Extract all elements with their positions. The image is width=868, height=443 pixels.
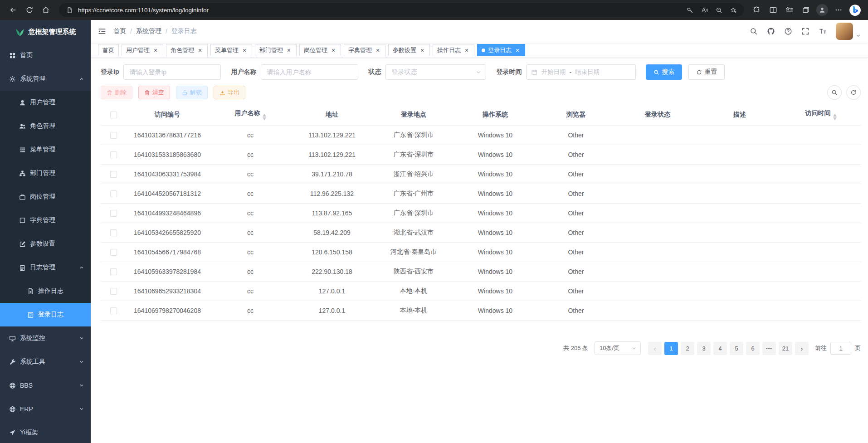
- tab-close-icon[interactable]: ×: [419, 47, 425, 54]
- tab-param-settings[interactable]: 参数设置×: [388, 44, 430, 56]
- column-header-user[interactable]: 用户名称: [209, 104, 292, 126]
- address-bar[interactable]: https://ccnetcore.com:1101/system/log/lo…: [59, 3, 744, 17]
- sidebar-item-login-log[interactable]: 登录日志: [0, 303, 91, 326]
- sort-carets[interactable]: [263, 114, 266, 120]
- delete-button[interactable]: 删除: [101, 86, 132, 99]
- github-icon[interactable]: [763, 24, 779, 39]
- sidebar-item-yi-framework[interactable]: Yi框架: [0, 421, 91, 443]
- sidebar-item-system-tools[interactable]: 系统工具: [0, 350, 91, 374]
- refresh-table-button[interactable]: [846, 85, 861, 100]
- extensions-icon[interactable]: [749, 3, 765, 17]
- browser-more-icon[interactable]: [831, 3, 846, 17]
- tab-close-icon[interactable]: ×: [152, 47, 159, 54]
- page-button-6[interactable]: 6: [746, 342, 760, 355]
- page-info-icon[interactable]: [63, 5, 75, 15]
- page-button-4[interactable]: 4: [713, 342, 727, 355]
- tab-dict-management[interactable]: 字典管理×: [344, 44, 385, 56]
- tab-close-icon[interactable]: ×: [330, 47, 336, 54]
- sidebar-item-erp[interactable]: ERP: [0, 397, 91, 421]
- app-logo[interactable]: 意框架管理系统: [0, 20, 91, 44]
- split-screen-icon[interactable]: [766, 3, 781, 17]
- favorites-bar-icon[interactable]: [782, 3, 797, 17]
- breadcrumb-item[interactable]: 系统管理: [136, 27, 161, 35]
- sidebar-item-bbs[interactable]: BBS: [0, 374, 91, 397]
- row-checkbox[interactable]: [110, 229, 117, 236]
- toggle-search-button[interactable]: [827, 85, 842, 100]
- tab-login-log[interactable]: 登录日志×: [477, 44, 525, 56]
- sort-desc-icon[interactable]: [263, 117, 266, 120]
- browser-refresh-icon[interactable]: [22, 3, 37, 17]
- prev-page-button[interactable]: ‹: [648, 342, 662, 355]
- sidebar-item-dept-management[interactable]: 部门管理: [0, 161, 91, 185]
- user-name-input[interactable]: [261, 64, 358, 80]
- sort-asc-icon[interactable]: [263, 114, 266, 117]
- sidebar-item-dict-management[interactable]: 字典管理: [0, 209, 91, 232]
- sidebar-item-operation-log[interactable]: 操作日志: [0, 279, 91, 303]
- browser-back-icon[interactable]: [5, 3, 21, 17]
- page-button-5[interactable]: 5: [730, 342, 743, 355]
- sidebar-item-log-management[interactable]: 日志管理: [0, 256, 91, 279]
- tab-user-management[interactable]: 用户管理×: [122, 44, 163, 56]
- sidebar-item-param-settings[interactable]: 参数设置: [0, 232, 91, 256]
- fullscreen-icon[interactable]: [798, 24, 813, 39]
- sidebar-item-home[interactable]: 首页: [0, 44, 91, 67]
- login-ip-input[interactable]: [123, 64, 221, 80]
- tab-menu-management[interactable]: 菜单管理×: [210, 44, 252, 56]
- row-checkbox[interactable]: [110, 171, 117, 178]
- row-checkbox[interactable]: [110, 249, 117, 256]
- zoom-out-icon[interactable]: [713, 5, 725, 15]
- search-button[interactable]: 搜索: [646, 64, 682, 80]
- collections-icon[interactable]: [798, 3, 814, 17]
- sort-carets[interactable]: [833, 114, 837, 120]
- row-checkbox[interactable]: [110, 210, 117, 217]
- sidebar-item-user-management[interactable]: 用户管理: [0, 91, 91, 114]
- status-select[interactable]: 登录状态: [385, 64, 486, 80]
- tab-close-icon[interactable]: ×: [286, 47, 292, 54]
- tab-operation-log[interactable]: 操作日志×: [433, 44, 474, 56]
- column-header-time[interactable]: 访问时间: [781, 104, 861, 126]
- tab-close-icon[interactable]: ×: [514, 47, 521, 54]
- page-button-21[interactable]: 21: [779, 342, 792, 355]
- docs-question-icon[interactable]: [780, 24, 796, 39]
- next-page-button[interactable]: ›: [795, 342, 809, 355]
- browser-profile-avatar[interactable]: [814, 3, 830, 17]
- password-key-icon[interactable]: [684, 5, 696, 15]
- tab-dept-management[interactable]: 部门管理×: [255, 44, 297, 56]
- sidebar-toggle-icon[interactable]: [91, 20, 113, 43]
- row-checkbox[interactable]: [110, 288, 117, 295]
- page-button-1[interactable]: 1: [664, 342, 678, 355]
- select-all-checkbox[interactable]: [110, 112, 117, 118]
- browser-home-icon[interactable]: [38, 3, 54, 17]
- sidebar-item-role-management[interactable]: 角色管理: [0, 114, 91, 138]
- date-end-placeholder[interactable]: 结束日期: [575, 68, 600, 76]
- sidebar-item-post-management[interactable]: 岗位管理: [0, 185, 91, 209]
- page-size-select[interactable]: 10条/页: [595, 341, 641, 355]
- tab-post-management[interactable]: 岗位管理×: [299, 44, 341, 56]
- user-avatar[interactable]: [836, 23, 853, 40]
- row-checkbox[interactable]: [110, 268, 117, 275]
- row-checkbox[interactable]: [110, 132, 117, 139]
- sidebar-item-menu-management[interactable]: 菜单管理: [0, 138, 91, 161]
- sort-desc-icon[interactable]: [833, 117, 837, 120]
- login-time-range-picker[interactable]: 开始日期 - 结束日期: [526, 64, 636, 80]
- tab-close-icon[interactable]: ×: [241, 47, 248, 54]
- tab-close-icon[interactable]: ×: [463, 47, 470, 54]
- page-button-2[interactable]: 2: [681, 342, 694, 355]
- font-size-icon[interactable]: [815, 24, 830, 39]
- row-checkbox[interactable]: [110, 151, 117, 158]
- more-pages-button[interactable]: •••: [762, 342, 776, 355]
- tab-close-icon[interactable]: ×: [197, 47, 203, 54]
- row-checkbox[interactable]: [110, 307, 117, 314]
- unlock-button[interactable]: 解锁: [176, 86, 208, 99]
- user-menu-caret-icon[interactable]: [856, 33, 861, 40]
- tab-home[interactable]: 首页: [98, 44, 119, 56]
- tab-close-icon[interactable]: ×: [375, 47, 381, 54]
- header-search-icon[interactable]: [746, 24, 761, 39]
- breadcrumb-item[interactable]: 首页: [113, 27, 126, 35]
- favorites-star-icon[interactable]: [727, 5, 739, 15]
- read-aloud-icon[interactable]: [698, 5, 710, 15]
- page-button-3[interactable]: 3: [697, 342, 711, 355]
- tab-role-management[interactable]: 角色管理×: [166, 44, 208, 56]
- export-button[interactable]: 导出: [214, 86, 245, 99]
- clear-button[interactable]: 清空: [138, 86, 170, 99]
